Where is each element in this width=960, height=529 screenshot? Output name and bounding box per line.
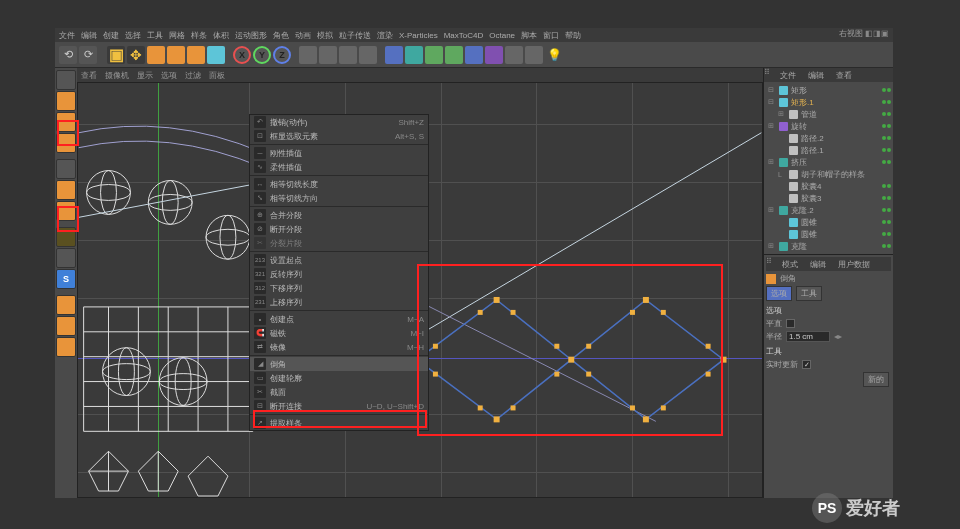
- tool-icon[interactable]: [525, 46, 543, 64]
- tree-item[interactable]: 路径.1: [766, 144, 891, 156]
- context-item-cross[interactable]: ✂截面: [250, 385, 428, 399]
- redo-button[interactable]: ⟳: [79, 46, 97, 64]
- context-item[interactable]: 312下移序列: [250, 281, 428, 295]
- scale-tool-icon[interactable]: [147, 46, 165, 64]
- context-item-magnet[interactable]: 🧲磁铁M~I: [250, 326, 428, 340]
- tree-item[interactable]: 圆锥: [766, 228, 891, 240]
- z-axis-toggle[interactable]: Z: [273, 46, 291, 64]
- tree-item[interactable]: ⊞克隆.2: [766, 204, 891, 216]
- tree-item[interactable]: ⊞克隆: [766, 240, 891, 252]
- menu-item[interactable]: 窗口: [543, 30, 559, 41]
- points-mode-icon[interactable]: [56, 159, 76, 179]
- menu-item[interactable]: Octane: [489, 31, 515, 40]
- tool-icon[interactable]: [56, 316, 76, 336]
- tree-item[interactable]: L胡子和帽子的样条: [766, 168, 891, 180]
- select-tool-icon[interactable]: ▣: [107, 46, 125, 64]
- menu-item[interactable]: 脚本: [521, 30, 537, 41]
- menu-item[interactable]: 体积: [213, 30, 229, 41]
- menu-item[interactable]: 帮助: [565, 30, 581, 41]
- light-icon[interactable]: 💡: [545, 46, 563, 64]
- context-item-frame[interactable]: ⊡框显选取元素Alt+S, S: [250, 129, 428, 143]
- tree-item[interactable]: 胶囊3: [766, 192, 891, 204]
- menu-item[interactable]: 文件: [59, 30, 75, 41]
- model-mode-icon[interactable]: [56, 91, 76, 111]
- picture-viewer-icon[interactable]: [339, 46, 357, 64]
- viewport-menu-item[interactable]: 面板: [209, 70, 225, 81]
- tab-file[interactable]: 文件: [774, 68, 802, 82]
- context-item[interactable]: ⤡相等切线方向: [250, 191, 428, 205]
- tree-item[interactable]: ⊞旋转: [766, 120, 891, 132]
- tree-item[interactable]: ⊞挤压: [766, 156, 891, 168]
- y-axis-toggle[interactable]: Y: [253, 46, 271, 64]
- generator-icon[interactable]: [425, 46, 443, 64]
- context-item-create-point[interactable]: •创建点M~A: [250, 312, 428, 326]
- tool-icon[interactable]: [187, 46, 205, 64]
- menu-item[interactable]: 创建: [103, 30, 119, 41]
- tree-item[interactable]: ⊞管道: [766, 108, 891, 120]
- context-item-undo[interactable]: ↶撤销(动作)Shift+Z: [250, 115, 428, 129]
- environment-icon[interactable]: [465, 46, 483, 64]
- checkbox[interactable]: [786, 319, 795, 328]
- context-item[interactable]: ⊕合并分段: [250, 208, 428, 222]
- edges-mode-icon[interactable]: [56, 180, 76, 200]
- viewport-menu-item[interactable]: 过滤: [185, 70, 201, 81]
- spline-icon[interactable]: [405, 46, 423, 64]
- tool-icon[interactable]: [207, 46, 225, 64]
- attr-tab[interactable]: 模式: [776, 257, 804, 271]
- tab-edit[interactable]: 编辑: [802, 68, 830, 82]
- menu-item[interactable]: 动画: [295, 30, 311, 41]
- context-item[interactable]: ✂分裂片段: [250, 236, 428, 250]
- tree-item[interactable]: 胶囊4: [766, 180, 891, 192]
- viewport-ctrl-icon[interactable]: ◧◨▣: [865, 29, 889, 38]
- snap-icon[interactable]: [56, 248, 76, 268]
- context-item[interactable]: 231上移序列: [250, 295, 428, 309]
- tool-icon[interactable]: [359, 46, 377, 64]
- tool-icon[interactable]: [56, 337, 76, 357]
- deformer-icon[interactable]: [445, 46, 463, 64]
- snap-settings-icon[interactable]: S: [56, 269, 76, 289]
- object-tree[interactable]: ⊟矩形 ⊟矩形.1 ⊞管道 ⊞旋转 路径.2 路径.1 ⊞挤压 L胡子和帽子的样…: [764, 82, 893, 254]
- tab-view[interactable]: 查看: [830, 68, 858, 82]
- menu-item[interactable]: 工具: [147, 30, 163, 41]
- attr-tab[interactable]: 用户数据: [832, 257, 876, 271]
- context-item[interactable]: 213设置起点: [250, 253, 428, 267]
- attr-tab-options[interactable]: 选项: [766, 286, 792, 301]
- radius-input[interactable]: [786, 331, 830, 342]
- context-item[interactable]: ─刚性插值: [250, 146, 428, 160]
- workplane-tool-icon[interactable]: [56, 295, 76, 315]
- menu-item[interactable]: 粒子传送: [339, 30, 371, 41]
- viewport-menu-item[interactable]: 查看: [81, 70, 97, 81]
- camera-icon[interactable]: [485, 46, 503, 64]
- context-item[interactable]: 321反转序列: [250, 267, 428, 281]
- menu-item[interactable]: 网格: [169, 30, 185, 41]
- attr-tab-tool[interactable]: 工具: [796, 286, 822, 301]
- context-item[interactable]: ⊘断开分段: [250, 222, 428, 236]
- move-tool-icon[interactable]: ✥: [127, 46, 145, 64]
- make-editable-icon[interactable]: [56, 70, 76, 90]
- apply-button[interactable]: 新的: [863, 372, 889, 387]
- undo-button[interactable]: ⟲: [59, 46, 77, 64]
- menu-item[interactable]: 运动图形: [235, 30, 267, 41]
- context-item-outline[interactable]: ▭创建轮廓: [250, 371, 428, 385]
- tree-item[interactable]: 圆锥: [766, 216, 891, 228]
- menu-item[interactable]: 渲染: [377, 30, 393, 41]
- tree-item[interactable]: 路径.2: [766, 132, 891, 144]
- viewport-menu-item[interactable]: 显示: [137, 70, 153, 81]
- menu-item[interactable]: MaxToC4D: [444, 31, 484, 40]
- render-settings-icon[interactable]: [319, 46, 337, 64]
- context-item[interactable]: ↔相等切线长度: [250, 177, 428, 191]
- primitive-cube-icon[interactable]: [385, 46, 403, 64]
- tree-item[interactable]: ⊟矩形: [766, 84, 891, 96]
- rotate-tool-icon[interactable]: [167, 46, 185, 64]
- menu-item[interactable]: 选择: [125, 30, 141, 41]
- menu-item[interactable]: 样条: [191, 30, 207, 41]
- menu-item[interactable]: 模拟: [317, 30, 333, 41]
- viewport-menu-item[interactable]: 选项: [161, 70, 177, 81]
- attr-tab[interactable]: 编辑: [804, 257, 832, 271]
- tree-item[interactable]: ⊟矩形.1: [766, 96, 891, 108]
- menu-item[interactable]: 角色: [273, 30, 289, 41]
- context-item[interactable]: ∿柔性插值: [250, 160, 428, 174]
- menu-item[interactable]: X-Particles: [399, 31, 438, 40]
- menu-item[interactable]: 编辑: [81, 30, 97, 41]
- viewport-menu-item[interactable]: 摄像机: [105, 70, 129, 81]
